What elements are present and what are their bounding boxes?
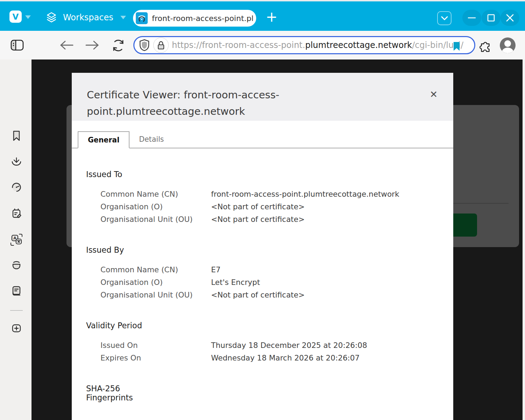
plus-icon [9,321,23,335]
section-heading: Issued By [86,245,439,254]
back-button[interactable] [58,40,75,51]
chevron-down-icon [440,14,449,23]
field-value: <Not part of certificate> [211,289,439,301]
notes-panel-button[interactable] [9,206,24,221]
field-value: <Not part of certificate> [211,213,439,226]
url-scheme-subdomain: https://front-room-access-point. [172,40,305,50]
field-value: <Not part of certificate> [211,201,439,213]
dialog-close-button[interactable]: ✕ [427,88,440,101]
shield-icon[interactable] [139,39,150,51]
openwrt-favicon-icon [136,12,148,24]
section-issued-by: Issued By Common Name (CN) E7 Organisati… [86,245,439,301]
window-panel-button[interactable] [9,258,24,273]
section-validity: Validity Period Issued On Thursday 18 De… [86,321,439,364]
page-content: Certificate Viewer: front-room-access-po… [31,59,525,420]
field-label: Expires On [100,352,211,364]
reading-list-panel-button[interactable] [9,283,24,299]
basket-icon [9,258,23,272]
browser-window: V Workspaces front [0,0,525,420]
field-label: Common Name (CN) [100,188,211,201]
maximize-icon [486,13,496,22]
sidebar-panel-icon [10,38,24,52]
avatar-body [502,48,513,53]
workspaces-icon [45,11,58,24]
translate-panel-button[interactable]: A [9,232,24,247]
field-label: Organisational Unit (OU) [100,213,211,226]
avatar-head [504,40,511,47]
dialog-header: Certificate Viewer: front-room-access-po… [72,73,453,121]
reload-icon [111,38,126,53]
field-label: Organisation (O) [100,276,211,289]
section-heading: SHA-256 Fingerprints [86,384,147,402]
tab-bar: V Workspaces front [0,1,525,31]
certificate-general-pane: Issued To Common Name (CN) front-room-ac… [86,149,439,420]
site-info-button[interactable] [153,37,169,53]
profile-avatar[interactable] [500,37,516,53]
url-text[interactable]: https://front-room-access-point.plumtree… [172,40,463,50]
bookmarks-panel-button[interactable] [9,128,24,144]
field-label: Issued On [100,339,211,352]
vivaldi-menu-caret-icon[interactable] [25,15,31,19]
arrow-right-icon [84,40,101,51]
scrollbar-track [523,59,525,420]
minimize-button[interactable] [462,10,481,26]
workspaces-button[interactable]: Workspaces [45,9,126,26]
field-value: front-room-access-point.plumtreecottage.… [211,188,439,201]
trash-closed-tabs-button[interactable] [437,11,451,25]
downloads-panel-button[interactable] [9,154,24,170]
active-tab-title: front-room-access-point.pl [152,14,253,23]
history-panel-button[interactable] [9,180,24,195]
lock-icon [157,41,165,50]
url-domain: plumtreecottage.network [305,40,412,50]
translate-icon: A [9,233,23,247]
maximize-button[interactable] [482,10,500,26]
sidebar-divider [10,310,23,311]
bookmark-flag-icon[interactable] [453,42,460,51]
certificate-viewer-dialog: Certificate Viewer: front-room-access-po… [72,73,453,420]
field-label: Organisation (O) [100,201,211,213]
field-label: Organisational Unit (OU) [100,289,211,301]
panel-sidebar: A [0,59,31,420]
tab-details[interactable]: Details [130,131,173,148]
navigation-toolbar: https://front-room-access-point.plumtree… [0,31,525,59]
address-bar[interactable]: https://front-room-access-point.plumtree… [133,36,475,54]
field-value: Thursday 18 December 2025 at 20:26:08 [211,339,439,352]
close-window-button[interactable] [500,10,519,26]
arrow-left-icon [58,40,75,51]
panel-toggle-button[interactable] [10,38,24,52]
download-icon [9,155,23,169]
book-icon [9,284,23,298]
field-value: E7 [211,264,439,276]
bookmark-icon [9,129,23,143]
minimize-icon [467,13,476,22]
section-fingerprints: SHA-256 Fingerprints [86,384,439,402]
field-value: Let's Encrypt [211,276,439,289]
active-tab[interactable]: front-room-access-point.pl [133,10,256,27]
vivaldi-menu-button[interactable]: V [9,10,22,23]
workspaces-caret-icon [120,16,126,19]
notes-icon [9,206,23,220]
field-value: Wednesday 18 March 2026 at 20:26:07 [211,352,439,364]
section-heading: Validity Period [86,321,439,330]
extensions-button[interactable] [479,39,492,52]
add-web-panel-button[interactable] [9,321,24,336]
workspaces-label: Workspaces [63,13,113,22]
history-clock-icon [9,181,23,195]
field-label: Common Name (CN) [100,264,211,276]
forward-button[interactable] [84,40,101,51]
close-icon [505,13,515,23]
section-issued-to: Issued To Common Name (CN) front-room-ac… [86,170,439,226]
dialog-tabs: General Details [72,131,453,148]
tab-general[interactable]: General [78,131,130,148]
new-tab-button[interactable]: + [265,8,279,26]
dialog-title: Certificate Viewer: front-room-access-po… [87,87,318,120]
reload-button[interactable] [111,38,126,53]
section-heading: Issued To [86,170,439,179]
puzzle-icon [479,39,492,52]
